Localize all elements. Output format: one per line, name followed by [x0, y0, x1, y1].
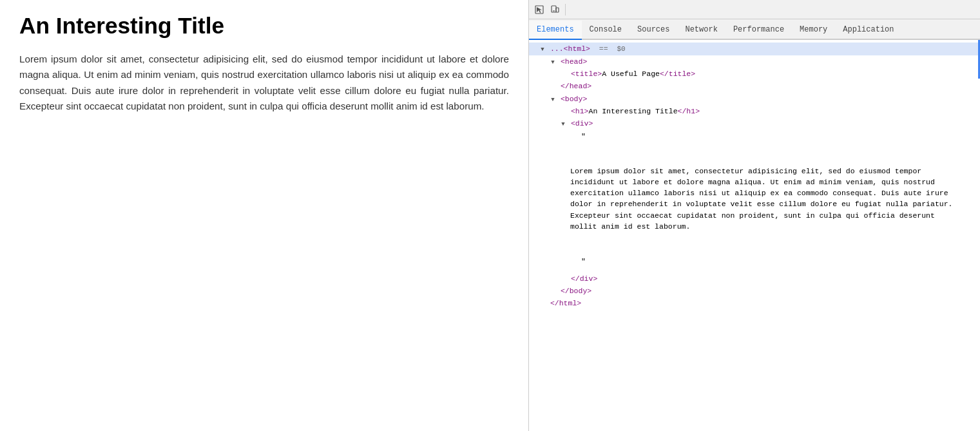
tab-network[interactable]: Network — [677, 21, 725, 40]
devtools-toolbar — [529, 0, 980, 19]
tab-application[interactable]: Application — [835, 21, 901, 40]
tab-memory[interactable]: Memory — [792, 21, 835, 40]
div-open-line[interactable]: <div> — [529, 117, 980, 130]
div-triangle — [560, 120, 566, 129]
h1-line[interactable]: <h1>An Interesting Title</h1> — [529, 105, 980, 117]
tab-console[interactable]: Console — [582, 21, 629, 40]
tab-performance[interactable]: Performance — [725, 21, 792, 40]
device-toggle-icon[interactable] — [547, 2, 562, 17]
svg-rect-2 — [556, 8, 559, 12]
html-selected-line[interactable]: ...<html> == $0 — [529, 43, 980, 55]
body-open-line[interactable]: <body> — [529, 93, 980, 106]
body-triangle — [550, 96, 556, 105]
devtools-tabs: Elements Console Sources Network Perform… — [529, 19, 980, 40]
toolbar-divider — [565, 4, 566, 15]
head-triangle — [550, 59, 556, 68]
select-element-icon[interactable] — [532, 2, 547, 17]
body-close-line[interactable]: </body> — [529, 285, 980, 297]
html-triangle — [539, 46, 546, 55]
devtools-content[interactable]: ...<html> == $0 <head> <title>A Useful P… — [529, 40, 980, 431]
devtools-panel: Elements Console Sources Network Perform… — [528, 0, 980, 431]
tab-sources[interactable]: Sources — [629, 21, 677, 40]
quote-open-line[interactable]: " — [529, 130, 980, 142]
html-close-line[interactable]: </html> — [529, 297, 980, 309]
page-body: Lorem ipsum dolor sit amet, consectetur … — [19, 52, 509, 114]
page-title: An Interesting Title — [19, 13, 509, 39]
title-line[interactable]: <title>A Useful Page</title> — [529, 68, 980, 80]
head-close-line[interactable]: </head> — [529, 80, 980, 92]
head-open-line[interactable]: <head> — [529, 55, 980, 68]
tab-elements[interactable]: Elements — [529, 21, 582, 40]
quote-close-line[interactable]: " — [529, 255, 980, 267]
spacer-line — [529, 267, 980, 273]
div-close-line[interactable]: </div> — [529, 273, 980, 285]
page-content: An Interesting Title Lorem ipsum dolor s… — [0, 0, 528, 431]
paragraph-text-line[interactable]: Lorem ipsum dolor sit amet, consectetur … — [529, 142, 967, 255]
